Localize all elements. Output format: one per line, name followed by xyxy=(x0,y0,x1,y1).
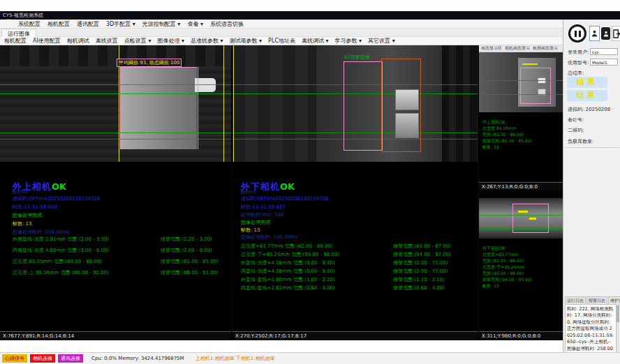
main-view-area: 平均阈值:93, 动态阈值:100 外上相机OK 触发时间 虚拟码:OFFlin… xyxy=(0,45,563,340)
toolbar-item[interactable]: 其它设置 ▾ xyxy=(368,37,395,45)
ok-status: OK xyxy=(280,181,295,192)
status-badges: 心跳信号相机连接通讯连接 xyxy=(2,354,83,363)
camera-fault-text: 上相机1:相机故障 下相机1:相机故障 xyxy=(195,355,275,362)
thumb-view-top[interactable]: 外上相机OK总宽度:83.05mm范围:(80.00 - 86.00)报警范围:… xyxy=(479,52,563,191)
menu-bar: 系统配置相机配置通讯配置3D手配置 ▾光源控制配置 ▾查看 ▾系统语言切换 xyxy=(0,20,564,29)
login-user-button[interactable] xyxy=(589,26,600,41)
time-text: 时间:13-31-59-650 xyxy=(13,204,57,211)
thumb-image-bottom xyxy=(479,198,563,238)
menu-item[interactable]: 3D手配置 ▾ xyxy=(106,20,135,28)
toolbar-item[interactable]: 点检设置 ▾ xyxy=(124,37,152,45)
measurement-row: 总宽度-下=95.24mm 范围:(93.00 - 98.00) 报警范围:(9… xyxy=(241,251,451,258)
model-field[interactable]: Model1 xyxy=(590,59,618,66)
camera-view-upper[interactable]: 平均阈值:93, 动态阈值:100 外上相机OK 触发时间 虚拟码:OFFlin… xyxy=(0,45,231,340)
thumb-text-line: 总宽度=83.77mm xyxy=(482,252,519,258)
toolbar-item[interactable]: 图像处理 ▾ xyxy=(157,37,184,45)
measurement-row: 外直线-强度=4.38mm 范围:(0.00 - 9.00) 报警范围:(2.0… xyxy=(241,259,448,266)
thumb-text-line: 报警范围:(81.00 - 85.00) xyxy=(482,138,532,144)
control-sidebar: 登录用户: cys 使用型号: Model1 总结果: 结果 结果 虚拟码: 2… xyxy=(563,20,620,352)
status-badge: 相机连接 xyxy=(30,354,55,363)
yellow-guide-line xyxy=(233,45,234,162)
green-guide-line xyxy=(0,84,231,85)
pause-icon xyxy=(579,31,581,37)
menu-item[interactable]: 系统语言切换 xyxy=(210,20,244,28)
threshold-overlay: 平均阈值:93, 动态阈值:100 xyxy=(117,59,182,67)
yellow-marker xyxy=(518,211,528,213)
green-guide-line xyxy=(479,229,563,229)
roi-pink-box xyxy=(520,68,551,104)
window-title: CYS-视觉检测系统 xyxy=(3,13,43,18)
camera-image-upper: 平均阈值:93, 动态阈值:100 xyxy=(0,45,231,162)
exit-button[interactable] xyxy=(612,26,620,41)
app-window: CYS-视觉检测系统 系统配置相机配置通讯配置3D手配置 ▾光源控制配置 ▾查看… xyxy=(0,0,620,364)
measurement-row: 总宽度-上:90.56mm 范围:(88.00 - 92.00) 报警范围:(8… xyxy=(13,269,219,276)
thumb-text-line: 总宽度-下=95.24mm xyxy=(482,264,524,271)
menu-item[interactable]: 查看 ▾ xyxy=(187,20,203,28)
result-badge-top: 结果 xyxy=(567,77,607,88)
toolbar-item[interactable]: 离线调试 ▾ xyxy=(302,37,329,45)
thumb-header-segment[interactable]: 相机画面显示 xyxy=(505,45,530,52)
thumb-text-line: 帧数: 13 xyxy=(482,144,499,151)
machine-frame xyxy=(0,45,231,66)
pause-button[interactable] xyxy=(568,24,586,43)
login-user-field[interactable]: cys xyxy=(590,48,618,55)
tab-row: 运行图像 xyxy=(0,29,564,37)
user-switch-button[interactable] xyxy=(601,27,610,40)
green-guide-line xyxy=(0,132,231,133)
thumb-text-line: 范围:(80.00 - 86.00) xyxy=(482,132,524,138)
net-time-text: 处理耗时(ms): 166 xyxy=(241,211,284,218)
green-guide-line xyxy=(479,215,563,215)
green-guide-line xyxy=(479,80,563,81)
thumb-text-line: 帧数: 13 xyxy=(482,283,499,289)
toolbar-item[interactable]: 离线设置 xyxy=(96,37,118,45)
pixel-coords-readout: X:270;Y:2502;R:17;G:17;B:17 xyxy=(232,331,478,340)
neg-count-label: 负极库数量: xyxy=(568,138,593,145)
pin-label: 卷针号: xyxy=(568,116,584,123)
camera-image-lower: A1投影图像 xyxy=(232,45,478,162)
status-badge: 通讯连接 xyxy=(58,354,83,363)
scroll-thumb[interactable] xyxy=(617,305,619,322)
thumb-text-line: 报警范围:(94.00 - 97.00) xyxy=(482,277,532,283)
green-guide-line xyxy=(479,94,563,95)
menu-item[interactable]: 相机配置 xyxy=(47,20,70,28)
pause-icon xyxy=(575,31,577,37)
thumb-header-segment[interactable]: 检测画面显示 xyxy=(533,45,558,52)
trigger-label: 触发时间 xyxy=(13,190,28,195)
measurement-row: 总宽度:83.05mm 范围:(80.00 - 86.00) 报警范围:(81.… xyxy=(13,258,219,265)
yellow-guide-line xyxy=(223,45,224,162)
yellow-marker xyxy=(529,218,536,220)
thumb-text-line: 外上相机OK xyxy=(482,119,505,126)
total-result-label: 总结果: xyxy=(568,70,584,77)
green-guide-line xyxy=(0,139,231,139)
exit-door-icon xyxy=(613,29,620,38)
process-done-text: 图像处理完成 xyxy=(13,212,42,219)
menu-item[interactable]: 通讯配置 xyxy=(77,20,99,28)
login-user-label: 登录用户: xyxy=(568,49,589,56)
user-icon xyxy=(591,29,598,38)
toolbar-item[interactable]: 相机配置 xyxy=(4,37,27,45)
toolbar-item[interactable]: 基准线参数 ▾ xyxy=(191,37,223,45)
tab-run-image[interactable]: 运行图像 xyxy=(1,29,36,37)
process-done-text: 图像处理完成 xyxy=(241,219,270,226)
process-time-text: 图像处理耗时: 140.00ms xyxy=(241,234,298,241)
toolbar-item[interactable]: AI使用配置 xyxy=(33,37,61,45)
vcode-label: 虚拟码: 20250208 xyxy=(568,106,610,113)
thumb-view-bottom[interactable]: 外下相机OK总宽度=83.77mm范围:(82.00 - 88.00)总宽度-下… xyxy=(479,192,563,340)
menu-item[interactable]: 系统配置 xyxy=(18,20,40,28)
barcode-text: 虚拟码:OFFline20250208133134728 xyxy=(241,195,328,202)
detected-feature xyxy=(395,89,419,110)
toolbar-item[interactable]: 相机调试 xyxy=(67,37,89,45)
toolbar-item[interactable]: 测试项参数 ▾ xyxy=(230,37,263,45)
desktop-strip xyxy=(0,0,620,11)
camera-view-lower[interactable]: A1投影图像 外下相机OK 触发时间 虚拟码:OFFline2025020813… xyxy=(232,45,478,340)
roi-pink-box xyxy=(344,61,383,151)
thumb-header-segment[interactable]: 画面显示区 xyxy=(481,45,502,52)
yellow-marker xyxy=(522,63,538,65)
menu-item[interactable]: 光源控制配置 ▾ xyxy=(142,20,181,28)
model-label: 使用型号: xyxy=(568,59,589,66)
toolbar-item[interactable]: 学习参数 ▾ xyxy=(335,37,362,45)
toolbar-item[interactable]: PLC地址表 xyxy=(268,37,295,45)
pixel-coords-readout: X:267;Y:13;R:0;G:0;B:0 xyxy=(479,182,563,190)
measurement-row: 外侧直线-强度:2.91mm 范围:(2.00 - 3.50) 报警范围:(2.… xyxy=(13,236,212,243)
measurement-row: 内侧直线-强度:4.60mm 范围:(3.00 - 6.00) 报警范围:(2.… xyxy=(13,247,212,254)
